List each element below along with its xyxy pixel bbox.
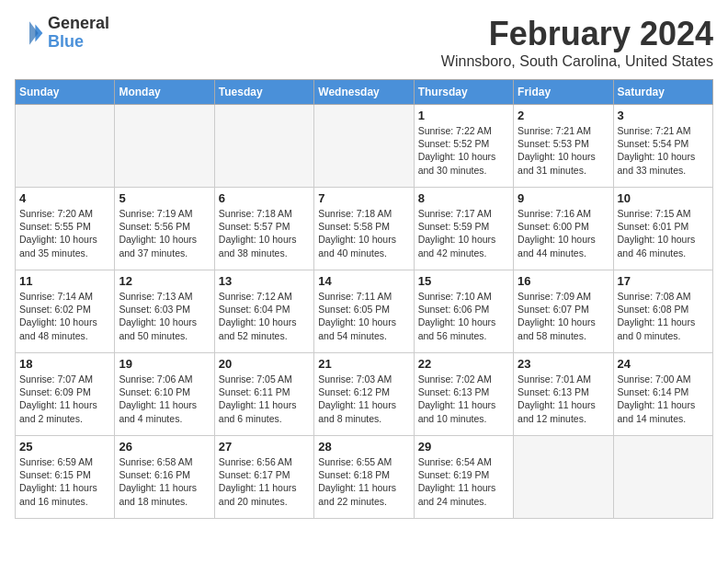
subtitle: Winnsboro, South Carolina, United States: [441, 53, 713, 70]
day-info: Sunrise: 7:08 AM Sunset: 6:08 PM Dayligh…: [618, 290, 709, 342]
day-number: 25: [19, 440, 110, 454]
day-header-wednesday: Wednesday: [314, 80, 414, 105]
calendar-cell: 7Sunrise: 7:18 AM Sunset: 5:58 PM Daylig…: [314, 188, 414, 270]
calendar-cell: 15Sunrise: 7:10 AM Sunset: 6:06 PM Dayli…: [414, 270, 513, 353]
calendar-cell: 25Sunrise: 6:59 AM Sunset: 6:15 PM Dayli…: [16, 436, 115, 519]
calendar-cell: 2Sunrise: 7:21 AM Sunset: 5:53 PM Daylig…: [514, 105, 613, 188]
calendar-cell: 1Sunrise: 7:22 AM Sunset: 5:52 PM Daylig…: [414, 105, 513, 188]
day-info: Sunrise: 6:54 AM Sunset: 6:19 PM Dayligh…: [418, 455, 509, 508]
day-number: 29: [418, 440, 509, 454]
logo: General Blue: [15, 15, 109, 52]
calendar-cell: [115, 105, 214, 188]
day-number: 8: [418, 191, 509, 205]
day-info: Sunrise: 7:07 AM Sunset: 6:09 PM Dayligh…: [19, 373, 110, 425]
day-info: Sunrise: 7:14 AM Sunset: 6:02 PM Dayligh…: [19, 290, 110, 342]
day-number: 6: [219, 191, 310, 205]
day-info: Sunrise: 7:11 AM Sunset: 6:05 PM Dayligh…: [318, 290, 409, 342]
calendar-cell: 21Sunrise: 7:03 AM Sunset: 6:12 PM Dayli…: [314, 353, 414, 436]
calendar-cell: 28Sunrise: 6:55 AM Sunset: 6:18 PM Dayli…: [314, 436, 414, 519]
day-info: Sunrise: 7:01 AM Sunset: 6:13 PM Dayligh…: [518, 373, 609, 425]
day-info: Sunrise: 6:59 AM Sunset: 6:15 PM Dayligh…: [19, 455, 110, 508]
day-info: Sunrise: 7:21 AM Sunset: 5:54 PM Dayligh…: [618, 124, 709, 177]
calendar-cell: 12Sunrise: 7:13 AM Sunset: 6:03 PM Dayli…: [115, 270, 214, 353]
day-info: Sunrise: 7:06 AM Sunset: 6:10 PM Dayligh…: [119, 373, 210, 425]
calendar-cell: 5Sunrise: 7:19 AM Sunset: 5:56 PM Daylig…: [115, 188, 214, 270]
day-header-sunday: Sunday: [16, 80, 115, 105]
day-number: 10: [618, 191, 709, 205]
day-number: 13: [219, 274, 310, 288]
day-info: Sunrise: 7:22 AM Sunset: 5:52 PM Dayligh…: [418, 124, 509, 177]
week-row-5: 25Sunrise: 6:59 AM Sunset: 6:15 PM Dayli…: [16, 436, 713, 519]
calendar-cell: 27Sunrise: 6:56 AM Sunset: 6:17 PM Dayli…: [214, 436, 313, 519]
day-info: Sunrise: 6:58 AM Sunset: 6:16 PM Dayligh…: [119, 455, 210, 508]
day-info: Sunrise: 7:05 AM Sunset: 6:11 PM Dayligh…: [219, 373, 310, 425]
day-number: 14: [318, 274, 409, 288]
calendar-cell: 14Sunrise: 7:11 AM Sunset: 6:05 PM Dayli…: [314, 270, 414, 353]
day-number: 3: [618, 109, 709, 122]
day-number: 27: [219, 440, 310, 454]
day-info: Sunrise: 7:16 AM Sunset: 6:00 PM Dayligh…: [518, 207, 609, 259]
day-number: 16: [518, 274, 609, 288]
calendar-cell: 13Sunrise: 7:12 AM Sunset: 6:04 PM Dayli…: [214, 270, 313, 353]
day-info: Sunrise: 7:21 AM Sunset: 5:53 PM Dayligh…: [518, 124, 609, 177]
svg-marker-1: [29, 21, 39, 45]
day-info: Sunrise: 7:09 AM Sunset: 6:07 PM Dayligh…: [518, 290, 609, 342]
day-info: Sunrise: 6:56 AM Sunset: 6:17 PM Dayligh…: [219, 455, 310, 508]
day-header-friday: Friday: [514, 80, 613, 105]
day-number: 23: [518, 357, 609, 371]
day-number: 9: [518, 191, 609, 205]
logo-text: General Blue: [48, 15, 109, 52]
day-info: Sunrise: 7:18 AM Sunset: 5:57 PM Dayligh…: [219, 207, 310, 259]
day-number: 24: [618, 357, 709, 371]
calendar-table: SundayMondayTuesdayWednesdayThursdayFrid…: [15, 79, 713, 519]
day-info: Sunrise: 7:17 AM Sunset: 5:59 PM Dayligh…: [418, 207, 509, 259]
day-number: 21: [318, 357, 409, 371]
day-info: Sunrise: 6:55 AM Sunset: 6:18 PM Dayligh…: [318, 455, 409, 508]
calendar-cell: 17Sunrise: 7:08 AM Sunset: 6:08 PM Dayli…: [613, 270, 712, 353]
day-number: 20: [219, 357, 310, 371]
day-number: 2: [518, 109, 609, 122]
logo-general: General: [48, 15, 109, 33]
calendar-cell: 6Sunrise: 7:18 AM Sunset: 5:57 PM Daylig…: [214, 188, 313, 270]
logo-blue: Blue: [48, 33, 109, 52]
day-number: 7: [318, 191, 409, 205]
week-row-4: 18Sunrise: 7:07 AM Sunset: 6:09 PM Dayli…: [16, 353, 713, 436]
calendar-cell: 16Sunrise: 7:09 AM Sunset: 6:07 PM Dayli…: [514, 270, 613, 353]
calendar-cell: 8Sunrise: 7:17 AM Sunset: 5:59 PM Daylig…: [414, 188, 513, 270]
calendar-cell: 11Sunrise: 7:14 AM Sunset: 6:02 PM Dayli…: [16, 270, 115, 353]
day-number: 26: [119, 440, 210, 454]
day-number: 19: [119, 357, 210, 371]
day-number: 12: [119, 274, 210, 288]
day-info: Sunrise: 7:03 AM Sunset: 6:12 PM Dayligh…: [318, 373, 409, 425]
week-row-3: 11Sunrise: 7:14 AM Sunset: 6:02 PM Dayli…: [16, 270, 713, 353]
main-title: February 2024: [441, 15, 713, 53]
title-block: February 2024 Winnsboro, South Carolina,…: [441, 15, 713, 70]
calendar-cell: 19Sunrise: 7:06 AM Sunset: 6:10 PM Dayli…: [115, 353, 214, 436]
calendar-cell: 3Sunrise: 7:21 AM Sunset: 5:54 PM Daylig…: [613, 105, 712, 188]
day-info: Sunrise: 7:10 AM Sunset: 6:06 PM Dayligh…: [418, 290, 509, 342]
calendar-cell: [16, 105, 115, 188]
day-number: 5: [119, 191, 210, 205]
day-number: 15: [418, 274, 509, 288]
day-header-saturday: Saturday: [613, 80, 712, 105]
day-number: 28: [318, 440, 409, 454]
day-number: 22: [418, 357, 509, 371]
day-info: Sunrise: 7:00 AM Sunset: 6:14 PM Dayligh…: [618, 373, 709, 425]
day-number: 4: [19, 191, 110, 205]
day-header-monday: Monday: [115, 80, 214, 105]
day-info: Sunrise: 7:02 AM Sunset: 6:13 PM Dayligh…: [418, 373, 509, 425]
calendar-cell: 10Sunrise: 7:15 AM Sunset: 6:01 PM Dayli…: [613, 188, 712, 270]
week-row-2: 4Sunrise: 7:20 AM Sunset: 5:55 PM Daylig…: [16, 188, 713, 270]
day-info: Sunrise: 7:13 AM Sunset: 6:03 PM Dayligh…: [119, 290, 210, 342]
calendar-cell: [214, 105, 313, 188]
day-header-tuesday: Tuesday: [214, 80, 313, 105]
calendar-cell: 24Sunrise: 7:00 AM Sunset: 6:14 PM Dayli…: [613, 353, 712, 436]
page-header: General Blue February 2024 Winnsboro, So…: [15, 15, 713, 70]
calendar-cell: 29Sunrise: 6:54 AM Sunset: 6:19 PM Dayli…: [414, 436, 513, 519]
day-info: Sunrise: 7:18 AM Sunset: 5:58 PM Dayligh…: [318, 207, 409, 259]
calendar-cell: [514, 436, 613, 519]
calendar-cell: 9Sunrise: 7:16 AM Sunset: 6:00 PM Daylig…: [514, 188, 613, 270]
day-number: 11: [19, 274, 110, 288]
calendar-body: 1Sunrise: 7:22 AM Sunset: 5:52 PM Daylig…: [16, 105, 713, 519]
calendar-cell: 22Sunrise: 7:02 AM Sunset: 6:13 PM Dayli…: [414, 353, 513, 436]
